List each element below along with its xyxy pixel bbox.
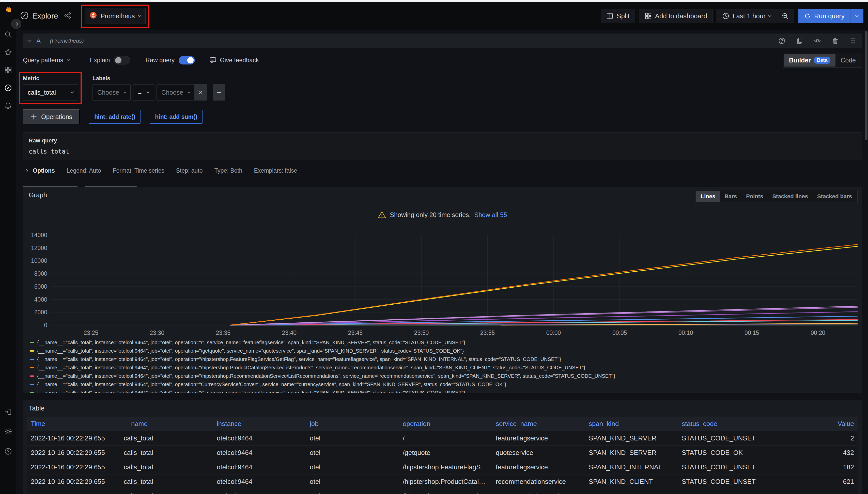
time-series-chart[interactable]: 0200040006000800010000120001400023:2523:…	[27, 229, 858, 338]
time-range-picker[interactable]: Last 1 hour	[717, 8, 776, 23]
datasource-picker[interactable]: Prometheus	[85, 8, 146, 24]
label-operator-select[interactable]: =	[133, 84, 154, 100]
viz-mode-points[interactable]: Points	[741, 191, 767, 202]
configuration-gear-icon[interactable]	[3, 427, 13, 436]
query-help-icon[interactable]	[778, 37, 786, 45]
svg-text:6000: 6000	[34, 283, 47, 290]
legend-item[interactable]: {__name__="calls_total", instance="otelc…	[30, 363, 859, 372]
run-query-dropdown[interactable]	[850, 8, 864, 23]
sign-in-icon[interactable]	[3, 407, 13, 416]
grafana-logo[interactable]	[3, 5, 13, 14]
column-header-time[interactable]: Time	[27, 417, 120, 431]
legend-item[interactable]: {__name__="calls_total", instance="otelc…	[30, 372, 859, 380]
zoom-out-time-button[interactable]	[776, 8, 794, 23]
sidebar	[0, 2, 16, 494]
builder-fields: Metric calls_total Labels Choose =	[23, 75, 862, 100]
legend-item[interactable]: {__name__="calls_total", instance="otelc…	[30, 338, 859, 347]
remove-label-filter-button[interactable]	[195, 84, 207, 100]
viz-mode-stacked-bars[interactable]: Stacked bars	[813, 191, 856, 202]
split-button[interactable]: Split	[601, 8, 635, 23]
dashboards-icon[interactable]	[3, 65, 13, 75]
sidebar-expand-button[interactable]	[11, 19, 21, 29]
viz-mode-stacked-lines[interactable]: Stacked lines	[767, 191, 813, 202]
table-cell: STATUS_CODE_OK	[678, 445, 771, 460]
viz-mode-lines[interactable]: Lines	[696, 191, 720, 202]
help-icon[interactable]	[3, 447, 13, 456]
query-row-header: A (Prometheus)	[23, 34, 862, 48]
column-header-status-code[interactable]: status_code	[678, 417, 771, 431]
table-cell: 621	[771, 474, 857, 489]
legend-swatch	[30, 350, 34, 352]
column-header-span-kind[interactable]: span_kind	[585, 417, 678, 431]
column-header-operation[interactable]: operation	[399, 417, 492, 431]
label-value-placeholder: Choose	[161, 89, 183, 96]
label-value-select[interactable]: Choose	[157, 84, 195, 100]
table-cell: /getquote	[399, 445, 492, 460]
table-cell: 182	[771, 460, 857, 474]
time-range-label: Last 1 hour	[733, 12, 765, 20]
column-header-service-name[interactable]: service_name	[492, 417, 585, 431]
remove-query-trash-icon[interactable]	[831, 37, 839, 45]
collapse-chevron-icon[interactable]	[28, 39, 31, 42]
starred-icon[interactable]	[3, 48, 13, 57]
share-icon[interactable]	[64, 12, 71, 20]
legend-item[interactable]: {__name__="calls_total", instance="otelc…	[30, 380, 859, 388]
table-cell: otel	[306, 460, 399, 474]
legend-label: {__name__="calls_total", instance="otelc…	[37, 382, 506, 387]
chevron-down-icon	[123, 90, 126, 93]
explain-label: Explain	[90, 57, 110, 64]
svg-text:23:25: 23:25	[84, 329, 98, 336]
table-cell: otelcol:9464	[213, 489, 306, 494]
table-cell: SPAN_KIND_SERVER	[585, 489, 678, 494]
labels-label: Labels	[92, 75, 225, 82]
label-key-select[interactable]: Choose	[92, 84, 131, 100]
viz-mode-bars[interactable]: Bars	[720, 191, 741, 202]
code-mode-tab[interactable]: Code	[835, 54, 861, 66]
options-expander[interactable]: Options	[25, 167, 55, 174]
plus-icon	[31, 113, 37, 120]
column-header-job[interactable]: job	[306, 417, 399, 431]
hide-response-eye-icon[interactable]	[814, 37, 821, 45]
give-feedback-button[interactable]: Give feedback	[209, 56, 259, 64]
legend-item[interactable]: {__name__="calls_total", instance="otelc…	[30, 347, 859, 355]
query-patterns-button[interactable]: Query patterns	[23, 57, 70, 64]
alerting-bell-icon[interactable]	[3, 101, 13, 110]
copy-query-icon[interactable]	[796, 37, 803, 45]
hint-add-rate-button[interactable]: hint: add rate()	[89, 110, 141, 124]
column-header---name--[interactable]: __name__	[120, 417, 213, 431]
run-query-button[interactable]: Run query	[798, 8, 864, 23]
raw-query-toggle[interactable]	[179, 56, 195, 64]
chevron-down-icon	[67, 58, 70, 61]
svg-text:12000: 12000	[31, 245, 47, 251]
table-cell: SPAN_KIND_CLIENT	[585, 474, 678, 489]
column-header-instance[interactable]: instance	[213, 417, 306, 431]
metric-select[interactable]: calls_total	[23, 84, 78, 100]
explore-toolbar: Explore Prometheus Split	[16, 2, 868, 30]
legend-swatch	[30, 384, 34, 385]
table-cell: featureflagservice	[492, 431, 585, 445]
code-label: Code	[840, 57, 856, 64]
scrollbar-thumb[interactable]	[865, 31, 868, 140]
svg-text:23:45: 23:45	[348, 329, 363, 336]
show-all-series-link[interactable]: Show all 55	[474, 211, 507, 218]
chevron-down-icon	[146, 90, 150, 93]
search-icon[interactable]	[3, 30, 13, 39]
table-cell: SPAN_KIND_INTERNAL	[585, 460, 678, 474]
column-header-value[interactable]: Value	[771, 417, 857, 431]
metric-value: calls_total	[28, 89, 56, 96]
add-label-filter-button[interactable]	[213, 84, 225, 100]
builder-mode-tab[interactable]: Builder Beta	[784, 54, 835, 66]
hint-add-sum-button[interactable]: hint: add sum()	[150, 110, 202, 124]
add-operation-button[interactable]: Operations	[23, 109, 80, 125]
explore-compass-icon[interactable]	[3, 83, 13, 92]
graph-panel: Graph LinesBarsPointsStacked linesStacke…	[23, 187, 862, 393]
drag-handle-icon[interactable]	[849, 37, 857, 45]
split-label: Split	[617, 12, 630, 20]
raw-query-preview: Raw query calls_total	[23, 133, 862, 160]
add-to-dashboard-button[interactable]: Add to dashboard	[639, 8, 712, 23]
explain-toggle[interactable]	[114, 56, 130, 64]
legend-label: {__name__="calls_total", instance="otelc…	[37, 373, 615, 379]
legend-item-clipped[interactable]: {__name__="calls_total", instance="otelc…	[30, 388, 859, 393]
legend-item[interactable]: {__name__="calls_total", instance="otelc…	[30, 355, 859, 363]
query-datasource-hint: (Prometheus)	[50, 38, 84, 44]
